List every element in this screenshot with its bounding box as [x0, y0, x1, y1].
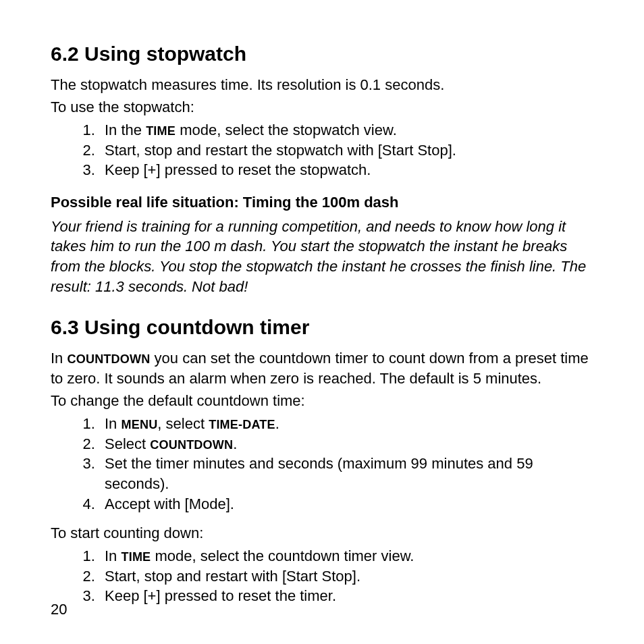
list-item: Set the timer minutes and seconds (maxim…	[99, 454, 593, 493]
list-item: Start, stop and restart the stopwatch wi…	[99, 140, 593, 161]
list-item: Keep [+] pressed to reset the timer.	[99, 586, 593, 606]
body-text: In COUNTDOWN you can set the countdown t…	[51, 348, 593, 388]
body-text: To use the stopwatch:	[51, 97, 593, 117]
body-text: To start counting down:	[51, 523, 593, 543]
list-item: Start, stop and restart with [Start Stop…	[99, 566, 593, 587]
page-number: 20	[51, 599, 67, 620]
mode-label: TIME-DATE	[209, 418, 275, 431]
mode-label: COUNTDOWN	[67, 352, 150, 366]
mode-label: TIME	[146, 124, 176, 138]
scenario-body: Your friend is training for a running co…	[51, 217, 593, 297]
ordered-list: In MENU, select TIME-DATE. Select COUNTD…	[51, 414, 593, 514]
section-heading-6-2: 6.2 Using stopwatch	[51, 41, 593, 68]
mode-label: COUNTDOWN	[150, 438, 233, 452]
mode-label: TIME	[121, 550, 151, 564]
list-item: In MENU, select TIME-DATE.	[99, 414, 593, 434]
list-item: In TIME mode, select the countdown timer…	[99, 546, 593, 566]
ordered-list: In TIME mode, select the countdown timer…	[51, 546, 593, 606]
body-text: To change the default countdown time:	[51, 391, 593, 411]
list-item: In the TIME mode, select the stopwatch v…	[99, 120, 593, 140]
mode-label: MENU	[121, 418, 157, 431]
ordered-list: In the TIME mode, select the stopwatch v…	[51, 120, 593, 180]
list-item: Accept with [Mode].	[99, 494, 593, 514]
section-heading-6-3: 6.3 Using countdown timer	[51, 314, 593, 342]
list-item: Keep [+] pressed to reset the stopwatch.	[99, 160, 593, 180]
body-text: The stopwatch measures time. Its resolut…	[51, 75, 593, 95]
scenario-title: Possible real life situation: Timing the…	[51, 192, 593, 213]
list-item: Select COUNTDOWN.	[99, 434, 593, 454]
